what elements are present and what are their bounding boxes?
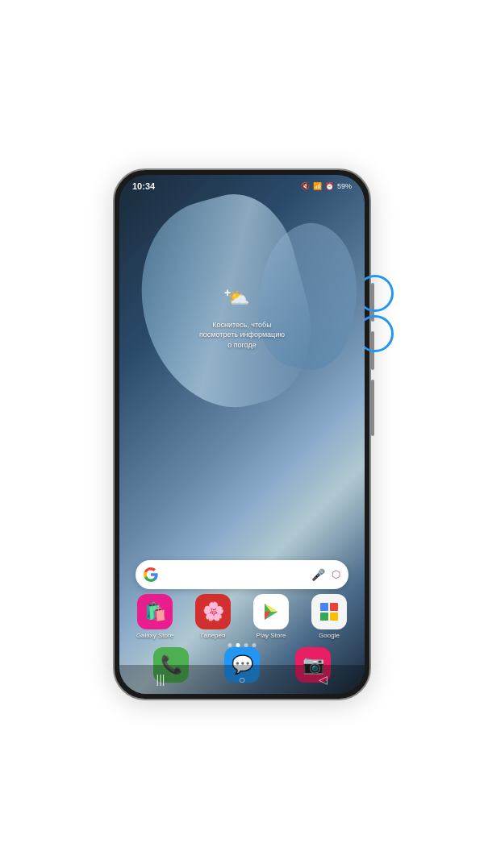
- lens-icon[interactable]: ⬡: [332, 568, 340, 580]
- play-store-icon: [253, 594, 289, 629]
- home-button[interactable]: ○: [239, 673, 245, 686]
- gallery-label: Галерея: [201, 632, 226, 639]
- weather-text: Коснитесь, чтобы посмотреть информацию о…: [199, 320, 285, 351]
- google-label: Google: [319, 632, 340, 639]
- google-logo: [144, 567, 158, 582]
- gallery-icon: 🌸: [195, 594, 231, 629]
- google-icon: [311, 594, 347, 629]
- battery-indicator: 59%: [337, 182, 352, 190]
- app-gallery[interactable]: 🌸 Галерея: [186, 594, 240, 639]
- play-store-label: Play Store: [257, 632, 286, 639]
- galaxy-store-label: Galaxy Store: [136, 632, 173, 639]
- galaxy-store-icon: 🛍️: [137, 594, 173, 629]
- plus-icon: +: [224, 286, 231, 299]
- status-icons: 🔇 📶 ⏰ 59%: [301, 182, 352, 190]
- status-time: 10:34: [132, 181, 155, 191]
- mute-icon: 🔇: [301, 182, 310, 190]
- mic-icon[interactable]: 🎤: [311, 568, 325, 581]
- search-bar[interactable]: 🎤 ⬡: [136, 560, 348, 589]
- page-container: 10:34 🔇 📶 ⏰ 59% + ⛅ Коснитесь, чтобы пос…: [0, 0, 484, 868]
- wifi-icon: 📶: [313, 182, 322, 190]
- weather-icon-container: + ⛅: [227, 288, 257, 317]
- app-play-store[interactable]: Play Store: [244, 594, 298, 639]
- alarm-icon: ⏰: [325, 182, 334, 190]
- back-button[interactable]: ◁: [319, 673, 328, 686]
- phone-shell: 10:34 🔇 📶 ⏰ 59% + ⛅ Коснитесь, чтобы пос…: [113, 168, 371, 700]
- weather-widget[interactable]: + ⛅ Коснитесь, чтобы посмотреть информац…: [199, 288, 285, 351]
- app-grid: 🛍️ Galaxy Store 🌸 Галерея: [127, 594, 357, 639]
- recents-button[interactable]: |||: [156, 673, 165, 686]
- app-google[interactable]: Google: [302, 594, 357, 639]
- app-galaxy-store[interactable]: 🛍️ Galaxy Store: [127, 594, 182, 639]
- nav-bar: ||| ○ ◁: [119, 665, 365, 694]
- status-bar: 10:34 🔇 📶 ⏰ 59%: [119, 175, 365, 197]
- phone-screen: 10:34 🔇 📶 ⏰ 59% + ⛅ Коснитесь, чтобы пос…: [119, 175, 365, 694]
- power-button[interactable]: [371, 380, 374, 436]
